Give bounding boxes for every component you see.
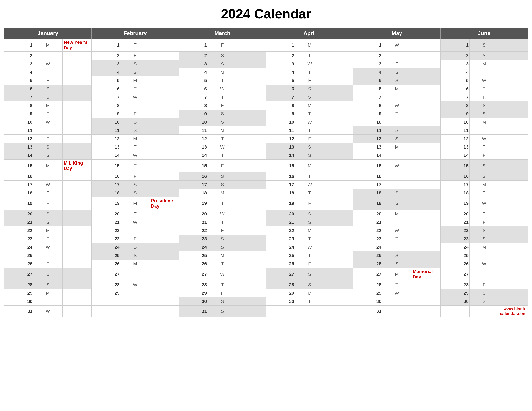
day-num: 18: [179, 189, 208, 197]
day-dow: F: [382, 306, 411, 317]
day-num: 21: [353, 218, 382, 227]
day-dow: W: [208, 268, 237, 281]
event-cell: [499, 227, 528, 235]
day-dow: F: [470, 151, 499, 160]
day-num: 26: [4, 260, 33, 268]
day-dow: T: [33, 251, 62, 260]
month-header-may: May: [353, 28, 441, 39]
event-cell: [62, 181, 91, 189]
day-num: 29: [353, 289, 382, 297]
event-cell: [499, 39, 528, 52]
day-num: 14: [91, 151, 121, 160]
day-dow: F: [121, 110, 150, 118]
day-num: 22: [179, 227, 208, 235]
day-dow: T: [295, 110, 324, 118]
day-dow: M: [121, 135, 150, 143]
day-dow: T: [470, 189, 499, 197]
event-cell: [62, 289, 91, 297]
day-dow: S: [470, 52, 499, 60]
event-cell: [411, 126, 441, 135]
day-dow: M: [33, 101, 62, 110]
day-num: 21: [91, 218, 121, 227]
day-num: 24: [441, 243, 470, 251]
day-num: 15: [179, 160, 208, 172]
event-cell: [411, 251, 441, 260]
event-cell: [62, 52, 91, 60]
event-cell: [62, 76, 91, 85]
day-num: 2: [266, 52, 295, 60]
event-cell: [324, 160, 353, 172]
event-cell: [237, 143, 266, 151]
day-num: 24: [91, 243, 121, 251]
day-dow: W: [33, 181, 62, 189]
day-dow: T: [470, 85, 499, 93]
day-num: 20: [266, 210, 295, 218]
day-num: 20: [441, 210, 470, 218]
day-dow: T: [295, 172, 324, 181]
day-num: 1: [4, 39, 33, 52]
day-num: 9: [266, 110, 295, 118]
day-dow: W: [208, 143, 237, 151]
day-dow: T: [121, 101, 150, 110]
event-cell: [237, 101, 266, 110]
event-cell: [237, 118, 266, 126]
event-cell: [324, 68, 353, 76]
event-cell: [150, 243, 179, 251]
day-dow: S: [470, 101, 499, 110]
day-dow: F: [382, 118, 411, 126]
day-dow: S: [33, 93, 62, 101]
day-num: 21: [441, 218, 470, 227]
event-cell: [411, 93, 441, 101]
day-num: 29: [266, 289, 295, 297]
day-dow: T: [208, 218, 237, 227]
day-dow: T: [208, 93, 237, 101]
day-dow: T: [121, 85, 150, 93]
day-num: 30: [441, 297, 470, 306]
event-cell: [499, 160, 528, 172]
day-dow: [470, 306, 499, 317]
day-num: [266, 306, 295, 317]
event-cell: [324, 218, 353, 227]
day-dow: S: [33, 268, 62, 281]
event-cell: [499, 243, 528, 251]
event-cell: [237, 160, 266, 172]
day-num: 11: [353, 126, 382, 135]
event-cell: [499, 85, 528, 93]
day-num: 4: [179, 68, 208, 76]
day-dow: S: [121, 60, 150, 68]
day-dow: W: [121, 281, 150, 289]
day-dow: F: [470, 93, 499, 101]
day-dow: M: [208, 189, 237, 197]
day-num: 28: [91, 281, 121, 289]
event-cell: [62, 218, 91, 227]
day-num: 30: [353, 297, 382, 306]
day-num: 11: [266, 126, 295, 135]
day-dow: S: [121, 118, 150, 126]
day-num: 9: [4, 110, 33, 118]
day-dow: S: [382, 126, 411, 135]
event-cell: [411, 52, 441, 60]
day-num: 15: [353, 160, 382, 172]
day-num: 12: [441, 135, 470, 143]
event-cell: [237, 151, 266, 160]
day-num: 28: [4, 281, 33, 289]
event-cell: [324, 143, 353, 151]
event-cell: [150, 218, 179, 227]
event-cell: [324, 181, 353, 189]
day-num: 23: [91, 235, 121, 243]
day-dow: S: [208, 118, 237, 126]
event-cell: [150, 289, 179, 297]
day-num: 13: [353, 143, 382, 151]
day-dow: M: [470, 118, 499, 126]
event-cell: [324, 227, 353, 235]
day-dow: S: [295, 218, 324, 227]
day-dow: W: [295, 181, 324, 189]
day-num: [91, 297, 121, 306]
day-dow: T: [121, 268, 150, 281]
event-cell: [237, 52, 266, 60]
event-cell: [324, 243, 353, 251]
day-num: 7: [441, 93, 470, 101]
event-cell: [237, 68, 266, 76]
day-dow: S: [295, 143, 324, 151]
day-dow: S: [208, 110, 237, 118]
